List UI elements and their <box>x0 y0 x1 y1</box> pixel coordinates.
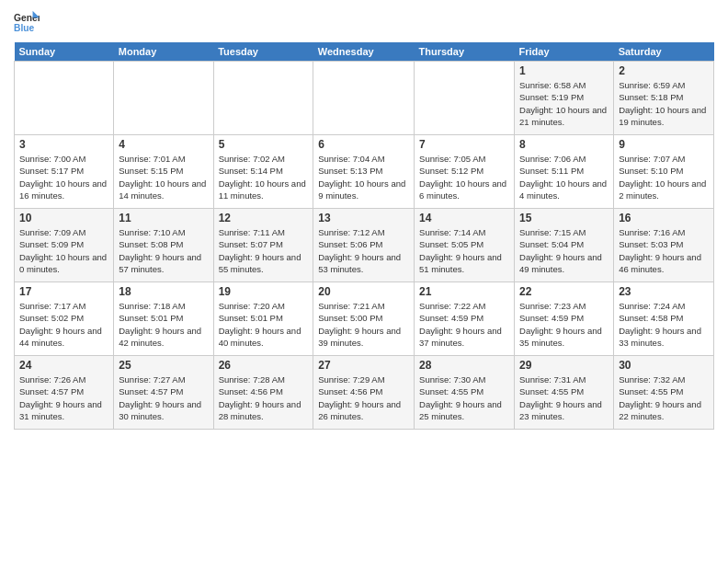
calendar-cell: 21Sunrise: 7:22 AM Sunset: 4:59 PM Dayli… <box>415 282 515 356</box>
calendar-cell: 3Sunrise: 7:00 AM Sunset: 5:17 PM Daylig… <box>15 135 114 209</box>
calendar-cell: 16Sunrise: 7:16 AM Sunset: 5:03 PM Dayli… <box>614 209 714 282</box>
calendar-cell: 17Sunrise: 7:17 AM Sunset: 5:02 PM Dayli… <box>15 282 114 356</box>
calendar-cell: 30Sunrise: 7:32 AM Sunset: 4:55 PM Dayli… <box>614 356 714 430</box>
day-detail: Sunrise: 7:06 AM Sunset: 5:11 PM Dayligh… <box>519 153 609 201</box>
day-detail: Sunrise: 7:26 AM Sunset: 4:57 PM Dayligh… <box>19 373 108 422</box>
calendar-cell: 19Sunrise: 7:20 AM Sunset: 5:01 PM Dayli… <box>213 282 313 356</box>
logo-icon: General Blue <box>14 9 40 35</box>
calendar-cell: 1Sunrise: 6:58 AM Sunset: 5:19 PM Daylig… <box>515 62 614 135</box>
calendar-cell: 27Sunrise: 7:29 AM Sunset: 4:56 PM Dayli… <box>313 356 415 430</box>
day-number: 18 <box>119 285 208 298</box>
calendar-cell: 25Sunrise: 7:27 AM Sunset: 4:57 PM Dayli… <box>114 356 213 430</box>
calendar-cell: 2Sunrise: 6:59 AM Sunset: 5:18 PM Daylig… <box>614 62 714 135</box>
day-number: 5 <box>219 138 309 151</box>
week-row-1: 3Sunrise: 7:00 AM Sunset: 5:17 PM Daylig… <box>15 135 714 209</box>
weekday-header-row: SundayMondayTuesdayWednesdayThursdayFrid… <box>15 42 714 62</box>
calendar-cell: 14Sunrise: 7:14 AM Sunset: 5:05 PM Dayli… <box>415 209 515 282</box>
day-detail: Sunrise: 7:31 AM Sunset: 4:55 PM Dayligh… <box>519 373 609 422</box>
calendar-cell: 20Sunrise: 7:21 AM Sunset: 5:00 PM Dayli… <box>313 282 415 356</box>
day-detail: Sunrise: 7:01 AM Sunset: 5:15 PM Dayligh… <box>119 153 208 201</box>
calendar-cell <box>415 62 515 135</box>
weekday-header-thursday: Thursday <box>415 42 515 62</box>
day-number: 30 <box>619 359 709 372</box>
day-number: 13 <box>318 212 409 224</box>
day-detail: Sunrise: 7:02 AM Sunset: 5:14 PM Dayligh… <box>219 153 309 201</box>
day-number: 10 <box>19 212 108 224</box>
weekday-header-tuesday: Tuesday <box>213 42 313 62</box>
day-detail: Sunrise: 7:04 AM Sunset: 5:13 PM Dayligh… <box>318 153 409 201</box>
weekday-header-wednesday: Wednesday <box>313 42 415 62</box>
day-number: 6 <box>318 138 409 151</box>
day-number: 19 <box>219 285 309 298</box>
day-number: 9 <box>619 138 709 151</box>
day-number: 27 <box>318 359 409 372</box>
day-detail: Sunrise: 7:10 AM Sunset: 5:08 PM Dayligh… <box>119 226 208 275</box>
day-detail: Sunrise: 7:24 AM Sunset: 4:58 PM Dayligh… <box>619 300 709 349</box>
weekday-header-friday: Friday <box>515 42 614 62</box>
page-container: General Blue SundayMondayTuesdayWednesda… <box>0 0 728 439</box>
calendar-cell: 24Sunrise: 7:26 AM Sunset: 4:57 PM Dayli… <box>15 356 114 430</box>
calendar-cell <box>114 62 213 135</box>
calendar-cell: 9Sunrise: 7:07 AM Sunset: 5:10 PM Daylig… <box>614 135 714 209</box>
calendar-cell: 26Sunrise: 7:28 AM Sunset: 4:56 PM Dayli… <box>213 356 313 430</box>
day-number: 17 <box>19 285 108 298</box>
day-detail: Sunrise: 7:12 AM Sunset: 5:06 PM Dayligh… <box>318 226 409 275</box>
week-row-3: 17Sunrise: 7:17 AM Sunset: 5:02 PM Dayli… <box>15 282 714 356</box>
day-number: 26 <box>219 359 309 372</box>
calendar-cell: 8Sunrise: 7:06 AM Sunset: 5:11 PM Daylig… <box>515 135 614 209</box>
day-detail: Sunrise: 7:22 AM Sunset: 4:59 PM Dayligh… <box>419 300 509 349</box>
header: General Blue <box>14 9 714 35</box>
day-number: 22 <box>519 285 609 298</box>
calendar-cell <box>15 62 114 135</box>
day-detail: Sunrise: 7:18 AM Sunset: 5:01 PM Dayligh… <box>119 300 208 349</box>
day-detail: Sunrise: 7:05 AM Sunset: 5:12 PM Dayligh… <box>419 153 509 201</box>
weekday-header-saturday: Saturday <box>614 42 714 62</box>
logo: General Blue <box>14 9 40 35</box>
day-number: 23 <box>619 285 709 298</box>
day-number: 21 <box>419 285 509 298</box>
calendar-cell: 15Sunrise: 7:15 AM Sunset: 5:04 PM Dayli… <box>515 209 614 282</box>
calendar-cell: 12Sunrise: 7:11 AM Sunset: 5:07 PM Dayli… <box>213 209 313 282</box>
calendar-cell: 29Sunrise: 7:31 AM Sunset: 4:55 PM Dayli… <box>515 356 614 430</box>
day-detail: Sunrise: 7:16 AM Sunset: 5:03 PM Dayligh… <box>619 226 709 275</box>
day-detail: Sunrise: 7:09 AM Sunset: 5:09 PM Dayligh… <box>19 226 108 275</box>
day-detail: Sunrise: 7:30 AM Sunset: 4:55 PM Dayligh… <box>419 373 509 422</box>
calendar-cell: 13Sunrise: 7:12 AM Sunset: 5:06 PM Dayli… <box>313 209 415 282</box>
calendar-cell: 7Sunrise: 7:05 AM Sunset: 5:12 PM Daylig… <box>415 135 515 209</box>
day-number: 16 <box>619 212 709 224</box>
day-detail: Sunrise: 7:23 AM Sunset: 4:59 PM Dayligh… <box>519 300 609 349</box>
day-number: 28 <box>419 359 509 372</box>
day-detail: Sunrise: 7:07 AM Sunset: 5:10 PM Dayligh… <box>619 153 709 201</box>
day-detail: Sunrise: 7:20 AM Sunset: 5:01 PM Dayligh… <box>219 300 309 349</box>
day-detail: Sunrise: 7:17 AM Sunset: 5:02 PM Dayligh… <box>19 300 108 349</box>
day-number: 11 <box>119 212 208 224</box>
day-number: 25 <box>119 359 208 372</box>
svg-text:Blue: Blue <box>14 23 35 33</box>
day-detail: Sunrise: 6:59 AM Sunset: 5:18 PM Dayligh… <box>619 79 709 128</box>
day-number: 1 <box>519 64 609 77</box>
day-detail: Sunrise: 7:15 AM Sunset: 5:04 PM Dayligh… <box>519 226 609 275</box>
day-detail: Sunrise: 7:32 AM Sunset: 4:55 PM Dayligh… <box>619 373 709 422</box>
calendar-cell <box>313 62 415 135</box>
day-detail: Sunrise: 7:29 AM Sunset: 4:56 PM Dayligh… <box>318 373 409 422</box>
day-number: 12 <box>219 212 309 224</box>
day-number: 20 <box>318 285 409 298</box>
calendar-cell: 28Sunrise: 7:30 AM Sunset: 4:55 PM Dayli… <box>415 356 515 430</box>
day-number: 8 <box>519 138 609 151</box>
day-detail: Sunrise: 7:28 AM Sunset: 4:56 PM Dayligh… <box>219 373 309 422</box>
day-number: 4 <box>119 138 208 151</box>
day-detail: Sunrise: 7:14 AM Sunset: 5:05 PM Dayligh… <box>419 226 509 275</box>
week-row-0: 1Sunrise: 6:58 AM Sunset: 5:19 PM Daylig… <box>15 62 714 135</box>
day-detail: Sunrise: 7:21 AM Sunset: 5:00 PM Dayligh… <box>318 300 409 349</box>
weekday-header-monday: Monday <box>114 42 213 62</box>
day-number: 2 <box>619 64 709 77</box>
day-number: 24 <box>19 359 108 372</box>
calendar-cell: 5Sunrise: 7:02 AM Sunset: 5:14 PM Daylig… <box>213 135 313 209</box>
day-detail: Sunrise: 6:58 AM Sunset: 5:19 PM Dayligh… <box>519 79 609 128</box>
day-detail: Sunrise: 7:00 AM Sunset: 5:17 PM Dayligh… <box>19 153 108 201</box>
weekday-header-sunday: Sunday <box>15 42 114 62</box>
calendar-table: SundayMondayTuesdayWednesdayThursdayFrid… <box>14 42 714 430</box>
week-row-2: 10Sunrise: 7:09 AM Sunset: 5:09 PM Dayli… <box>15 209 714 282</box>
calendar-cell <box>213 62 313 135</box>
calendar-cell: 11Sunrise: 7:10 AM Sunset: 5:08 PM Dayli… <box>114 209 213 282</box>
